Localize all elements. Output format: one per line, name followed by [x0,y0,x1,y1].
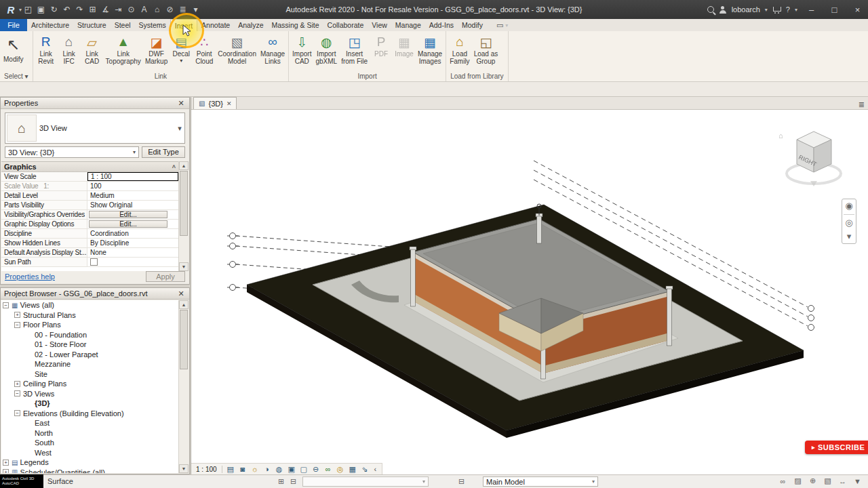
chevron-down-icon[interactable]: ▾ [175,124,184,133]
expander-icon[interactable]: + [14,312,20,318]
search-icon[interactable] [707,6,714,13]
expander-icon[interactable]: + [14,381,20,387]
expander-icon[interactable]: + [3,460,9,466]
modify-button[interactable]: ↖ Modify ▾ [1,32,25,71]
close-icon[interactable]: ✕ [176,289,186,298]
vcb-icon[interactable]: ▤ [224,464,237,474]
vcb-icon[interactable]: ▣ [285,464,298,474]
ribbon-button[interactable]: ∞ Manage Links ▾ [258,32,287,71]
vcb-icon[interactable]: ◎ [334,464,347,474]
help-menu-arrow-icon[interactable]: ▾ [795,7,797,13]
qat-icon[interactable]: A [138,3,151,16]
tree-item[interactable]: Mezzanine [1,359,178,369]
panel-label-link[interactable]: Link [33,72,288,81]
zoom-icon[interactable]: ◎ [845,218,852,228]
browser-scrollbar[interactable]: ▲ ▼ [178,300,189,473]
qat-icon[interactable]: ◰ [22,3,35,16]
collapse-arrow-icon[interactable]: ‹ [371,465,380,473]
ribbon-button[interactable]: ▲ Link Topography ▾ [104,32,143,71]
property-row[interactable]: Sun Path [1,258,178,267]
ribbon-tab[interactable]: Manage [391,19,425,31]
scrollbar-thumb[interactable] [180,171,188,236]
tree-item[interactable]: − Elevations (Building Elevation) [1,409,178,419]
tree-item[interactable]: − Floor Plans [1,320,178,330]
status-icon[interactable]: ∞ [778,477,788,485]
ribbon-tab[interactable]: View [368,19,391,31]
panel-label-select[interactable]: Select ▾ [0,72,33,81]
ribbon-button[interactable]: ⌂ Link IFC ▾ [58,32,81,71]
vcb-icon[interactable]: ▦ [347,464,359,474]
level-heads-left[interactable] [230,233,236,291]
panel-label-import[interactable]: Import [289,72,446,81]
close-icon[interactable]: ✕ [176,99,186,108]
expander-icon[interactable]: + [3,469,9,473]
ribbon-tab[interactable]: Systems [135,19,170,31]
qat-icon[interactable]: ↻ [47,3,60,16]
steering-wheel-icon[interactable]: ◉ [845,201,852,211]
property-row[interactable]: Graphic Display Options Edit... [1,220,178,229]
qat-icon[interactable]: ∡ [99,3,112,16]
property-row[interactable]: Discipline Coordination [1,229,178,239]
property-row[interactable]: Default Analysis Display St... None [1,248,178,258]
expander-icon[interactable]: − [14,390,20,396]
tree-item[interactable]: 00 - Foundation [1,330,178,340]
ribbon-button[interactable]: ◪ DWF Markup ▾ [143,32,170,71]
properties-scrollbar[interactable]: ▲ ▼ [178,161,189,271]
vcb-icon[interactable]: ⊖ [310,464,322,474]
view-scale-button[interactable]: 1 : 100 [193,466,222,473]
qat-icon[interactable]: ⌂ [151,3,163,16]
ribbon-button[interactable]: ◱ Load as Group ▾ [472,32,500,71]
tree-item[interactable]: − ▦ Views (all) [1,300,178,310]
tree-item[interactable]: + Ceiling Plans [1,379,178,389]
property-row[interactable]: Detail Level Medium [1,191,178,201]
panel-label-load[interactable]: Load from Library [446,72,507,81]
ribbon-button[interactable]: ▦ Manage Images ▾ [416,32,444,71]
scrollbar-thumb[interactable] [180,310,188,369]
tree-item[interactable]: {3D} [1,399,178,409]
workset-combo[interactable]: ▾ [302,476,429,487]
nav-options-arrow-icon[interactable]: ▾ [847,231,852,242]
properties-help-link[interactable]: Properties help [5,272,146,281]
tree-item[interactable]: − 3D Views [1,389,178,399]
tree-item[interactable]: + ▥ Schedules/Quantities (all) [1,468,178,474]
property-row[interactable]: Visibility/Graphics Overrides Edit... [1,210,178,220]
ribbon-button[interactable]: ⇩ Import CAD ▾ [290,32,313,71]
qat-icon[interactable]: ▣ [35,3,47,16]
maximize-button[interactable]: □ [825,1,844,18]
ribbon-button[interactable]: ▧ Coordination Model ▾ [216,32,258,71]
tab-list-icon[interactable]: ≣ [859,100,865,109]
tree-item[interactable]: West [1,448,178,458]
expander-icon[interactable]: − [3,302,9,308]
collapse-icon[interactable]: ˄ [172,163,176,170]
vcb-icon[interactable]: ☼ [249,464,261,474]
worksets-icon[interactable]: ⊞ [278,477,284,486]
ribbon-display-icon[interactable]: ▭ [496,21,503,30]
ribbon-tab[interactable]: Structure [73,19,111,31]
type-selector[interactable]: ⌂ 3D View ▾ [5,113,185,144]
tree-item[interactable]: East [1,418,178,428]
ribbon-button[interactable]: ▦ Image ▾ [393,32,416,71]
ribbon-tab[interactable]: Massing & Site [268,19,323,31]
property-row[interactable]: Parts Visibility Show Original [1,201,178,210]
status-icon[interactable]: ⊕ [808,476,818,485]
user-menu-arrow-icon[interactable]: ▾ [765,7,768,13]
qat-icon[interactable]: ⇥ [112,3,125,16]
design-option-combo[interactable]: Main Model ▾ [483,476,598,487]
vcb-icon[interactable]: ⇘ [359,464,371,474]
status-icon[interactable]: ▼ [852,477,863,485]
property-row[interactable]: View Scale 1 : 100 [1,172,178,182]
design-options-icon[interactable]: ⊟ [458,477,465,486]
edit-type-button[interactable]: Edit Type [142,146,185,158]
view-selector-combo[interactable]: 3D View: {3D} ▾ [5,146,139,158]
qat-icon[interactable]: ↷ [73,3,86,16]
ribbon-display-arrow-icon[interactable]: ▾ [505,22,508,28]
ribbon-button[interactable]: R Link Revit ▾ [35,32,58,71]
ribbon-tab[interactable]: Modify [458,19,487,31]
file-tab[interactable]: File [0,19,27,31]
ribbon-tab[interactable]: Architecture [27,19,73,31]
ribbon-tab[interactable]: Steel [111,19,135,31]
revit-logo[interactable]: R [3,2,19,17]
status-icon[interactable]: ↔ [837,477,848,485]
ribbon-button[interactable]: ▱ Link CAD ▾ [81,32,104,71]
qat-icon[interactable]: ⊘ [163,3,176,16]
